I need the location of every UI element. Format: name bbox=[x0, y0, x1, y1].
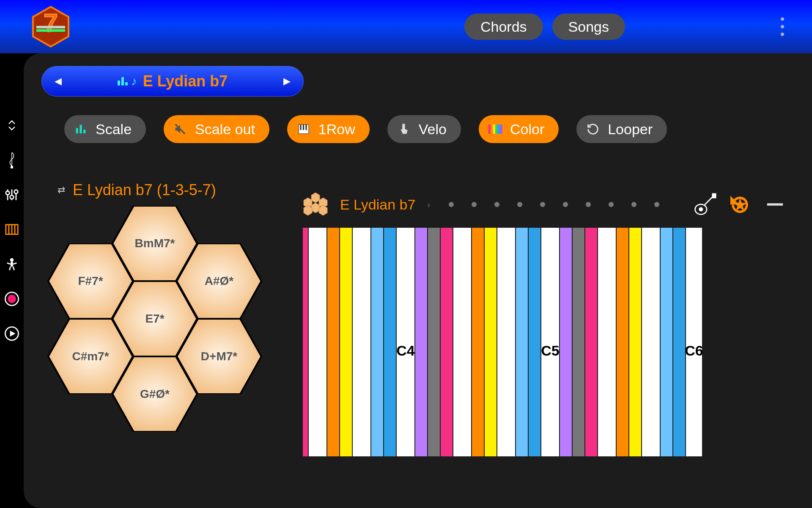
hex-title-text: E Lydian b7 (1-3-5-7) bbox=[73, 181, 216, 199]
svg-marker-51 bbox=[319, 205, 327, 215]
expand-collapse-icon[interactable] bbox=[3, 117, 20, 134]
hex-mini-icon[interactable] bbox=[303, 191, 328, 218]
keyboard-key[interactable] bbox=[617, 228, 629, 456]
app-topbar: 7 Chords Songs bbox=[0, 0, 812, 53]
chip-label: Color bbox=[510, 121, 544, 138]
svg-point-10 bbox=[14, 190, 18, 194]
svg-rect-58 bbox=[767, 203, 783, 206]
chip-label: Scale out bbox=[195, 121, 255, 138]
keyboard-key[interactable] bbox=[485, 228, 497, 456]
svg-point-6 bbox=[6, 191, 9, 195]
hex-chord-bottom[interactable]: G#Ø* bbox=[112, 356, 198, 432]
palette-icon bbox=[488, 122, 502, 136]
hex-label: D+M7* bbox=[201, 350, 237, 363]
redo-star-icon[interactable]: ★ bbox=[728, 193, 752, 216]
keyboard-key[interactable] bbox=[573, 228, 585, 456]
keyboard-key[interactable]: C5 bbox=[541, 228, 560, 456]
svg-rect-33 bbox=[488, 124, 491, 134]
page-dot[interactable] bbox=[609, 202, 614, 207]
note-icon: ♪ bbox=[131, 75, 137, 88]
keyboard-key[interactable] bbox=[340, 228, 353, 456]
svg-rect-31 bbox=[303, 124, 304, 130]
piano-icon bbox=[296, 122, 311, 136]
keyboard-key[interactable] bbox=[598, 228, 617, 456]
keyboard-key[interactable] bbox=[441, 228, 453, 456]
keyboard-key[interactable]: C6 bbox=[686, 228, 703, 456]
chip-scale-out[interactable]: Scale out bbox=[164, 115, 269, 143]
page-dot[interactable] bbox=[563, 202, 568, 207]
keyboard-key[interactable] bbox=[353, 228, 371, 456]
keyboard-key[interactable] bbox=[629, 228, 642, 456]
hex-label: E7* bbox=[145, 312, 164, 326]
keyboard-key[interactable] bbox=[384, 228, 397, 456]
options-row: Scale Scale out 1Row Velo bbox=[36, 115, 812, 143]
chip-looper[interactable]: Looper bbox=[576, 115, 667, 143]
keyboard-key[interactable]: C4 bbox=[397, 228, 415, 456]
page-dot[interactable] bbox=[494, 202, 499, 207]
chip-color[interactable]: Color bbox=[479, 115, 559, 143]
keyboard-key[interactable] bbox=[673, 228, 686, 456]
page-dots[interactable] bbox=[449, 202, 659, 207]
hex-cluster: BmM7* F#7* A#Ø* E7* bbox=[38, 206, 275, 443]
keyboard-key[interactable] bbox=[309, 228, 327, 456]
keyboard-key[interactable] bbox=[472, 228, 485, 456]
songs-tab[interactable]: Songs bbox=[552, 14, 625, 40]
keyboard-key[interactable] bbox=[497, 228, 516, 456]
chip-1row[interactable]: 1Row bbox=[287, 115, 370, 143]
keyboard-key[interactable] bbox=[529, 228, 541, 456]
keyboard-key[interactable] bbox=[371, 228, 384, 456]
page-dot[interactable] bbox=[586, 202, 591, 207]
keyboard-key[interactable] bbox=[428, 228, 441, 456]
svg-point-53 bbox=[700, 207, 702, 210]
svg-point-22 bbox=[8, 295, 16, 303]
play-icon[interactable] bbox=[3, 325, 20, 342]
svg-rect-55 bbox=[713, 193, 716, 197]
keyboard-key[interactable] bbox=[516, 228, 529, 456]
scale-selector[interactable]: ◀ ♪ E Lydian b7 ▶ bbox=[41, 66, 304, 97]
scale-name-text: E Lydian b7 bbox=[143, 72, 228, 90]
svg-line-19 bbox=[9, 267, 11, 271]
keyboard-key[interactable] bbox=[415, 228, 428, 456]
svg-rect-35 bbox=[493, 124, 495, 134]
keyboard-key[interactable] bbox=[303, 228, 309, 456]
page-dot[interactable] bbox=[517, 202, 522, 207]
keyboard-view-icon[interactable] bbox=[3, 221, 20, 238]
chip-scale[interactable]: Scale bbox=[64, 115, 146, 143]
page-dot[interactable] bbox=[540, 202, 545, 207]
left-sidebar bbox=[0, 53, 24, 508]
chip-velo[interactable]: Velo bbox=[387, 115, 461, 143]
keyboard-key[interactable] bbox=[327, 228, 340, 456]
sliders-icon[interactable] bbox=[3, 186, 20, 203]
swap-icon[interactable]: ⇄ bbox=[58, 185, 65, 196]
chevron-right-icon: › bbox=[427, 200, 430, 210]
hex-label: A#Ø* bbox=[205, 274, 233, 288]
more-menu-icon[interactable] bbox=[770, 14, 795, 39]
page-dot[interactable] bbox=[654, 202, 659, 207]
prev-scale-icon[interactable]: ◀ bbox=[55, 76, 62, 87]
record-icon[interactable] bbox=[3, 290, 20, 307]
key-label: C5 bbox=[541, 342, 559, 359]
collapse-icon[interactable] bbox=[763, 193, 787, 216]
svg-rect-26 bbox=[80, 125, 82, 133]
keyboard-header: E Lydian b7 › ★ bbox=[303, 190, 812, 219]
keyboard-key[interactable] bbox=[661, 228, 673, 456]
history-icon bbox=[586, 122, 600, 136]
keyboard-key[interactable] bbox=[560, 228, 573, 456]
page-dot[interactable] bbox=[631, 202, 636, 207]
svg-rect-25 bbox=[76, 128, 78, 134]
key-label: C4 bbox=[396, 342, 414, 359]
color-keyboard[interactable]: C4C5C6 bbox=[303, 228, 812, 456]
svg-marker-50 bbox=[304, 205, 312, 215]
guitar-icon[interactable] bbox=[693, 193, 716, 216]
keyboard-key[interactable] bbox=[642, 228, 661, 456]
keyboard-key[interactable] bbox=[453, 228, 472, 456]
next-scale-icon[interactable]: ▶ bbox=[283, 76, 291, 87]
conductor-icon[interactable] bbox=[3, 256, 20, 273]
page-dot[interactable] bbox=[449, 202, 454, 207]
keyboard-key[interactable] bbox=[585, 228, 598, 456]
chords-tab[interactable]: Chords bbox=[464, 14, 543, 40]
app-logo-icon: 7 bbox=[30, 6, 72, 48]
treble-clef-icon[interactable] bbox=[3, 152, 20, 168]
page-dot[interactable] bbox=[472, 202, 477, 207]
chip-label: 1Row bbox=[318, 121, 355, 138]
